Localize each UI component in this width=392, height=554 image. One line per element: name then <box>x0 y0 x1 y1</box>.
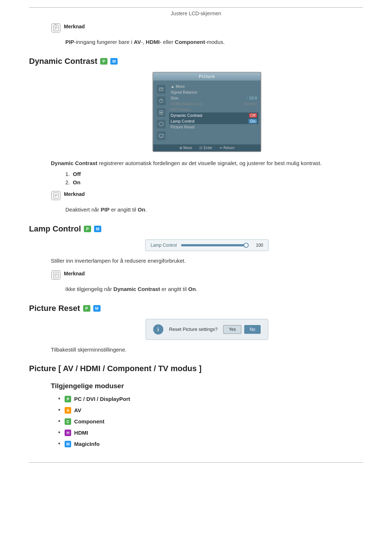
slider-fill <box>181 244 249 246</box>
menu-row-dynamic-contrast: Dynamic Contrast Off <box>169 112 258 118</box>
dynamic-contrast-list: 1. Off 2. On <box>65 171 363 185</box>
list-item-on: 2. On <box>65 179 363 185</box>
top-rule <box>29 7 363 8</box>
menu-row-signal: Signal Balance <box>169 89 258 95</box>
list-item-off: 1. Off <box>65 171 363 177</box>
note-3-text: Ikke tilgjengelig når Dynamic Contrast e… <box>65 285 363 294</box>
picture-reset-desc: Tilbakestill skjerminnstillingene. <box>51 346 363 354</box>
badge-m-lamp: M <box>94 226 101 232</box>
menu-icon-2 <box>157 97 166 105</box>
note-1-component: Component <box>175 39 205 45</box>
picture-reset-heading: Picture Reset P M <box>29 304 363 313</box>
mode-badge-m: M <box>65 441 71 447</box>
dynamic-contrast-heading: Dynamic Contrast P M <box>29 57 363 66</box>
menu-icon-3 <box>157 108 166 117</box>
page-title: Justere LCD-skjermen <box>171 11 221 16</box>
mode-item-magicinfo: • M MagicInfo <box>58 440 363 448</box>
reset-no-button[interactable]: No <box>244 325 261 334</box>
mode-label-av: AV <box>74 407 81 413</box>
picture-av-heading: Picture [ AV / HDMI / Component / TV mod… <box>29 364 363 373</box>
badge-p-lamp: P <box>84 226 91 232</box>
picture-menu-body: ▲ More Signal Balance Size : 16:9 HDMI B… <box>153 81 261 144</box>
menu-icon-4 <box>157 120 166 128</box>
page-wrapper: Justere LCD-skjermen ✎ Merknad PIP-innga… <box>0 0 392 477</box>
mode-item-av: • A AV <box>58 406 363 414</box>
bullet-av: • <box>58 406 60 414</box>
mode-badge-a: A <box>65 407 71 414</box>
mode-item-component: • C Component <box>58 418 363 425</box>
menu-row-pip: PIP Picture <box>169 107 258 112</box>
available-modes-heading: Tilgjengelige moduser <box>51 382 363 390</box>
lamp-control-title: Lamp Control <box>29 224 81 234</box>
picture-menu-title: Picture <box>153 73 261 81</box>
note-icon-3 <box>51 270 61 280</box>
bottom-rule <box>29 462 363 463</box>
svg-text:✎: ✎ <box>55 24 57 26</box>
dynamic-contrast-bold: Dynamic Contrast <box>51 160 97 166</box>
note-1-block: ✎ Merknad <box>51 23 363 33</box>
lamp-control-desc: Stiller inn inverterlampen for å reduser… <box>51 257 363 265</box>
picture-menu-icons <box>155 83 167 141</box>
slider-thumb[interactable] <box>244 243 249 248</box>
lamp-slider-box: Lamp Control 100 <box>145 239 269 251</box>
menu-icon-1 <box>157 85 166 94</box>
menu-row-hdmi-black: HDMI Black Level : Normal <box>169 101 258 107</box>
reset-dialog-buttons: Yes No <box>223 325 261 334</box>
picture-menu-items: ▲ More Signal Balance Size : 16:9 HDMI B… <box>169 83 258 141</box>
mode-badge-h: H <box>65 430 71 436</box>
bullet-component: • <box>58 418 60 425</box>
menu-row-size: Size : 16:9 <box>169 95 258 101</box>
mode-badge-c: C <box>65 418 71 425</box>
picture-menu-screenshot: Picture <box>51 72 363 152</box>
note-label-3: Merknad <box>64 270 85 276</box>
note-1-pip: PIP <box>65 39 74 45</box>
svg-rect-10 <box>159 134 163 137</box>
slider-value: 100 <box>253 243 263 248</box>
modes-list: • P PC / DVI / DisplayPort • A AV • C Co… <box>58 395 363 448</box>
badge-m-dynamic: M <box>110 58 118 65</box>
menu-row-lamp: Lamp Control On <box>169 118 258 124</box>
slider-track[interactable] <box>181 244 249 246</box>
note-3-block: Merknad <box>51 270 363 280</box>
note-2-text: Deaktivert når PIP er angitt til On. <box>65 206 363 214</box>
lamp-control-heading: Lamp Control P M <box>29 224 363 234</box>
lamp-control-slider-container: Lamp Control 100 <box>51 239 363 251</box>
mode-label-magicinfo: MagicInfo <box>74 441 99 447</box>
page-header: Justere LCD-skjermen <box>29 11 363 16</box>
mode-label-pc: PC / DVI / DisplayPort <box>74 396 130 402</box>
badge-p-dynamic: P <box>100 58 107 65</box>
reset-yes-button[interactable]: Yes <box>223 325 241 334</box>
badge-p-reset: P <box>83 305 90 312</box>
picture-av-title: Picture [ AV / HDMI / Component / TV mod… <box>29 364 201 373</box>
mode-label-component: Component <box>74 418 104 424</box>
dynamic-contrast-desc: Dynamic Contrast registrerer automatisk … <box>51 159 363 168</box>
mode-item-pc: • P PC / DVI / DisplayPort <box>58 395 363 403</box>
picture-reset-dialog-container: i Reset Picture settings? Yes No <box>51 319 363 340</box>
mode-label-hdmi: HDMI <box>74 430 88 436</box>
reset-dialog-icon: i <box>153 324 163 335</box>
note-1-text: PIP-inngang fungerer bare i AV-, HDMI- e… <box>65 38 363 46</box>
lamp-control-label: Lamp Control <box>151 243 177 248</box>
menu-row-more: ▲ More <box>169 83 258 89</box>
picture-reset-title: Picture Reset <box>29 304 80 313</box>
bullet-hdmi: • <box>58 429 60 436</box>
bullet-magicinfo: • <box>58 440 60 448</box>
picture-menu-footer: ⊕ Move ☷ Enter ↩ Return <box>153 144 261 151</box>
note-1-av: AV <box>134 39 141 45</box>
dynamic-contrast-title: Dynamic Contrast <box>29 57 97 66</box>
note-label-1: Merknad <box>64 23 85 29</box>
note-1-hdmi: HDMI <box>146 39 160 45</box>
badge-m-reset: M <box>93 305 101 312</box>
menu-icon-5 <box>157 131 166 140</box>
menu-row-picture-reset: Picture Reset <box>169 124 258 130</box>
mode-item-hdmi: • H HDMI <box>58 429 363 436</box>
svg-point-9 <box>160 112 162 113</box>
bullet-pc: • <box>58 395 60 403</box>
note-2-block: Merknad <box>51 190 363 201</box>
note-icon-1: ✎ <box>51 23 61 33</box>
note-icon-2 <box>51 190 61 201</box>
mode-badge-p: P <box>65 396 71 402</box>
reset-dialog-text: Reset Picture settings? <box>169 327 218 332</box>
picture-menu: Picture <box>152 72 261 152</box>
picture-reset-dialog: i Reset Picture settings? Yes No <box>146 319 269 340</box>
